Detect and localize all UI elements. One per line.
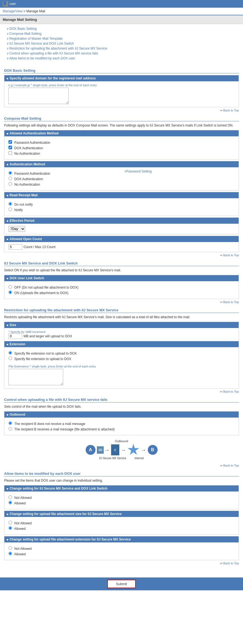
compose-mail-back-to-top: Back to Top (4, 254, 239, 257)
toc-link-compose-mail[interactable]: Compose Mail Setting (9, 32, 41, 36)
toc-item-allow[interactable]: Allow items to be modified by each DOX u… (7, 56, 239, 61)
auth-method-cols: Password Authentication DOX Authenticati… (8, 169, 235, 188)
upload-ext-allowed-radio[interactable] (8, 552, 12, 555)
allow-items-section: Allow items to be modified by each DOX u… (4, 472, 239, 565)
no-auth-radio[interactable] (8, 182, 12, 186)
read-receipt-label: Read Receipt Mail (10, 193, 38, 197)
link-switch-allowed-radio[interactable] (8, 501, 12, 504)
control-back-link[interactable]: Back to Top (220, 464, 239, 467)
allow-items-back-link[interactable]: Back to Top (220, 562, 239, 565)
compose-mail-back-link[interactable]: Back to Top (220, 254, 239, 257)
toc-link-dox-basic[interactable]: DOX Basic Setting (9, 27, 36, 31)
upload-size-setting-box: Change setting for upload file attachmen… (4, 511, 239, 535)
circle-a-text: A (89, 447, 92, 452)
control-option1-label[interactable]: The recipient B does not receive a mail … (8, 421, 235, 426)
compose-mail-section: Compose Mail Setting Following settings … (4, 116, 239, 257)
size-input[interactable] (8, 334, 22, 339)
link-switch-allowed-label[interactable]: Allowed (8, 500, 235, 506)
circle-b-text: B (151, 447, 154, 452)
password-auth-checkbox[interactable] (8, 140, 12, 144)
control-description: Sets control of the mail when file uploa… (4, 404, 239, 409)
ext-to-upload-label[interactable]: Specify file extension to upload to DOX (8, 356, 235, 361)
restriction-back-link[interactable]: Back to Top (220, 390, 239, 393)
toc-item-registration[interactable]: Registration of Master Mail Template (7, 36, 239, 41)
toc-link-registration[interactable]: Registration of Master Mail Template (9, 37, 63, 41)
restriction-back-to-top: Back to Top (4, 390, 239, 393)
dox-link-off-label[interactable]: OFF (Do not upload file attachment to DO… (8, 284, 235, 290)
no-auth-radio-label[interactable]: No Authentication (8, 182, 119, 187)
ext-not-upload-label[interactable]: Specify file extension not to upload to … (8, 350, 235, 356)
password-auth-checkbox-label[interactable]: Password Authentication (8, 140, 235, 145)
ext-not-upload-radio[interactable] (8, 351, 12, 355)
do-not-notify-label[interactable]: Do not notify (8, 202, 235, 207)
upload-ext-not-allowed-label[interactable]: Not Allowed (8, 546, 235, 551)
toc-link-allow[interactable]: Allow items to be modified by each DOX u… (9, 56, 75, 60)
password-radio-text: Password Authentication (14, 172, 50, 176)
upload-size-not-allowed-radio[interactable] (8, 521, 12, 524)
file-ext-label-text: File Extensions (8, 365, 29, 368)
size-label: Size (10, 323, 16, 327)
link-switch-not-allowed-text: Not Allowed (14, 496, 31, 500)
main-content: DOX Basic Setting Specify allowed domain… (0, 63, 243, 572)
allowed-auth-header: Allowed Authentication Method (4, 130, 239, 136)
file-ext-area: File Extensions * single-byte, press Ent… (8, 365, 235, 386)
dox-link-on-radio[interactable] (8, 291, 12, 294)
control-option1-radio[interactable] (8, 421, 12, 425)
control-option2-radio[interactable] (8, 427, 12, 430)
link-switch-not-allowed-label[interactable]: Not Allowed (8, 495, 235, 500)
control-option2-label[interactable]: The recipient B receives a mail message … (8, 426, 235, 432)
toc-item-dox-basic[interactable]: DOX Basic Setting (7, 26, 239, 31)
dox-auth-checkbox[interactable] (8, 146, 12, 149)
no-auth-checkbox-label[interactable]: No Authentication (8, 151, 235, 156)
allowed-auth-content: Password Authentication DOX Authenticati… (4, 136, 239, 159)
toc-link-control[interactable]: Control when uploading a file with IIJ S… (9, 51, 98, 55)
ext-to-upload-radio[interactable] (8, 357, 12, 360)
toc-item-compose-mail[interactable]: Compose Mail Setting (7, 31, 239, 36)
upload-ext-allowed-label[interactable]: Allowed (8, 551, 235, 557)
dox-auth-radio-label[interactable]: DOX Authentication (8, 176, 119, 182)
arrow-right3-icon: → (141, 447, 146, 453)
toc-item-control[interactable]: Control when uploading a file with IIJ S… (7, 51, 239, 56)
toc-item-restriction[interactable]: Restriction for uploading file attachmen… (7, 46, 239, 51)
upload-size-setting-content: Not Allowed Allowed (4, 517, 239, 534)
dox-auth-text: DOX Authentication (14, 146, 43, 150)
allowed-open-count-content: Count / Max 13 Count (4, 242, 239, 252)
submit-button[interactable]: Submit (107, 580, 136, 588)
dox-basic-back-link[interactable]: Back to Top (220, 109, 239, 112)
toc-item-iij-link[interactable]: IIJ Secure MX Service and DOX Link Switc… (7, 41, 239, 46)
effective-period-header: Effective Period (4, 218, 239, 224)
iij-link-field-content: OFF (Do not upload file attachment to DO… (4, 281, 239, 299)
open-count-input[interactable] (8, 244, 22, 250)
notify-label[interactable]: Notify (8, 207, 235, 212)
effective-period-select[interactable]: 7Day 14Day 30Day 60Day 90Day (8, 226, 25, 232)
restriction-description: Restricts uploading file attachment with… (4, 315, 239, 320)
file-ext-textarea[interactable] (8, 369, 63, 385)
dox-link-off-radio[interactable] (8, 285, 12, 289)
compose-mail-title: Compose Mail Setting (4, 116, 239, 121)
auth-method-label: Authentication Method (10, 162, 45, 166)
allowed-auth-label: Allowed Authentication Method (10, 131, 59, 135)
toc-link-iij-link[interactable]: IIJ Secure MX Service and DOX Link Switc… (9, 42, 74, 45)
upload-size-allowed-label[interactable]: Allowed (8, 526, 235, 531)
password-setting-link[interactable]: >Password Setting (124, 169, 152, 173)
upload-size-allowed-radio[interactable] (8, 526, 12, 530)
restriction-field-box: Size * Specify by 1MB increment MB and l… (4, 322, 239, 389)
iij-link-back-link[interactable]: Back to Top (220, 300, 239, 304)
user-icon: 👤 (3, 1, 8, 7)
dox-link-on-label[interactable]: ON (Uploads file attachment to DOX) (8, 290, 235, 295)
toc-link-restriction[interactable]: Restriction for uploading file attachmen… (9, 47, 107, 50)
breadcrumb-manage-view[interactable]: Manage/View (3, 9, 23, 13)
upload-ext-not-allowed-radio[interactable] (8, 546, 12, 550)
control-option2-text: The recipient B receives a mail message … (14, 427, 115, 431)
link-switch-not-allowed-radio[interactable] (8, 495, 12, 499)
allowed-auth-box: Allowed Authentication Method Password A… (4, 130, 239, 160)
dox-auth-checkbox-label[interactable]: DOX Authentication (8, 145, 235, 151)
no-auth-checkbox[interactable] (8, 151, 12, 155)
dox-auth-radio[interactable] (8, 177, 12, 180)
password-radio-label[interactable]: Password Authentication (8, 171, 119, 176)
dox-basic-textarea[interactable] (8, 88, 69, 104)
do-not-notify-radio[interactable] (8, 202, 12, 206)
notify-radio[interactable] (8, 208, 12, 211)
upload-size-not-allowed-label[interactable]: Not Allowed (8, 520, 235, 526)
password-radio[interactable] (8, 171, 12, 175)
